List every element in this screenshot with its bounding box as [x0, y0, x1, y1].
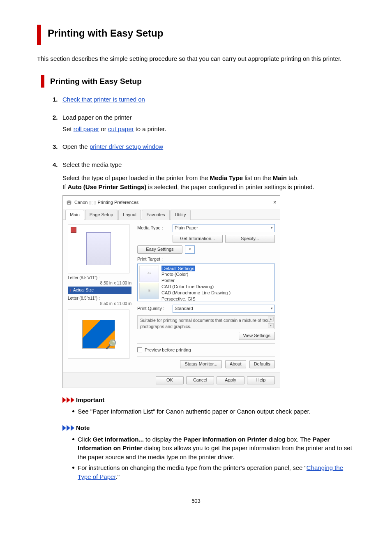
media-type-value: Plain Paper	[175, 225, 198, 231]
svg-rect-2	[68, 203, 71, 205]
media-type-label: Media Type :	[137, 225, 170, 231]
step-number: 3.	[53, 142, 62, 151]
print-target-option[interactable]: Perspective, GIS	[161, 296, 273, 302]
accent-bar	[37, 25, 41, 45]
bullet-text: See "Paper Information List" for Canon a…	[78, 407, 311, 416]
apply-button[interactable]: Apply	[217, 376, 244, 384]
text: For instructions on changing the media t…	[78, 464, 307, 471]
bold-text: Main	[273, 174, 287, 181]
print-target-option[interactable]: Poster	[161, 278, 273, 284]
step-number: 1.	[53, 95, 62, 104]
tab-favorites[interactable]: Favorites	[142, 210, 169, 220]
text: Set	[62, 125, 74, 132]
magnifier-icon: 🔍	[106, 338, 117, 351]
divider	[137, 343, 275, 344]
text: list on the	[243, 174, 273, 181]
print-target-option[interactable]: CAD (Monochrome Line Drawing )	[161, 290, 273, 296]
ok-button[interactable]: OK	[156, 376, 184, 384]
list-item: For instructions on changing the media t…	[72, 463, 355, 481]
print-quality-value: Standard	[175, 305, 193, 312]
cancel-button[interactable]: Cancel	[186, 376, 214, 384]
dialog-footer: OK Cancel Apply Help	[63, 372, 280, 388]
view-settings-button[interactable]: View Settings	[239, 332, 275, 340]
actual-size-bar: ↓ Actual Size	[68, 287, 131, 294]
svg-rect-1	[68, 200, 71, 202]
status-monitor-button[interactable]: Status Monitor...	[180, 360, 221, 368]
list-item: See "Paper Information List" for Canon a…	[72, 407, 355, 416]
print-target-label: Print Target :	[137, 256, 275, 263]
easy-settings-dropdown[interactable]: ▾	[185, 245, 195, 254]
get-information-button[interactable]: Get Information...	[173, 235, 223, 243]
intro-paragraph: This section describes the simple settin…	[37, 54, 355, 63]
note-label: Note	[76, 423, 90, 432]
close-button[interactable]: ×	[273, 198, 277, 206]
scroll-down-button[interactable]: ▾	[268, 323, 274, 328]
bullet-icon	[72, 467, 74, 469]
step-title: Load paper on the printer	[62, 113, 131, 122]
print-target-option-selected[interactable]: Default Settings	[161, 266, 195, 272]
defaults-button[interactable]: Defaults	[249, 360, 275, 368]
about-button[interactable]: About	[225, 360, 246, 368]
print-quality-label: Print Quality :	[137, 305, 170, 312]
note-callout: Note Click Get Information... to display…	[62, 423, 355, 481]
chevrons-icon	[62, 397, 74, 403]
step-number: 4.	[53, 160, 62, 169]
preview-before-printing-label: Preview before printing	[145, 347, 191, 354]
step-title: Select the media type	[62, 160, 122, 169]
text: is selected, the paper configured in pri…	[146, 183, 314, 190]
dialog-title-text: Printing Preferences	[98, 200, 139, 205]
print-target-option[interactable]: Photo (Color)	[161, 271, 273, 278]
tab-page-setup[interactable]: Page Setup	[85, 210, 118, 220]
bullet-icon	[72, 410, 74, 412]
divider	[137, 356, 275, 357]
scroll-up-button[interactable]: ▴	[268, 317, 274, 321]
easy-settings-button[interactable]: Easy Settings	[137, 245, 182, 254]
print-quality-select[interactable]: Standard ▾	[173, 305, 275, 313]
tab-layout[interactable]: Layout	[118, 210, 141, 220]
bullet-icon	[72, 438, 74, 440]
thumbnail-column: Aa ▣	[139, 266, 159, 299]
cut-paper-link[interactable]: cut paper	[108, 125, 134, 132]
text: or	[99, 125, 108, 132]
tab-bar: Main Page Setup Layout Favorites Utility	[63, 209, 280, 220]
text: to display the	[144, 436, 184, 443]
print-target-option[interactable]: CAD (Color Line Drawing)	[161, 284, 273, 290]
section-heading: Printing with Easy Setup	[41, 75, 355, 88]
bold-text: Auto (Use Printer Settings)	[68, 183, 147, 190]
text: Open the	[62, 143, 90, 150]
target-thumbnail-icon: ▣	[139, 283, 159, 299]
step-number: 2.	[53, 113, 62, 122]
media-type-select[interactable]: Plain Paper ▾	[173, 224, 275, 232]
preview-before-printing-checkbox[interactable]	[137, 347, 142, 352]
preview-column: Letter (8.5"x11") : 8.50 in x 11.00 in ↓…	[68, 224, 131, 369]
print-target-list[interactable]: Aa ▣ Default Settings Photo (Color) Post…	[137, 264, 275, 301]
step-3: 3. Open the printer driver setup window	[53, 142, 355, 151]
steps-list: 1. Check that printer is turned on 2. Lo…	[37, 95, 355, 481]
step-4: 4. Select the media type Select the type…	[53, 160, 355, 481]
check-printer-on-link[interactable]: Check that printer is turned on	[62, 95, 145, 104]
text: to a printer.	[134, 125, 166, 132]
step-1: 1. Check that printer is turned on	[53, 95, 355, 104]
dialog-titlebar: Canon ▯▯▯ Printing Preferences ×	[63, 196, 280, 209]
tab-utility[interactable]: Utility	[171, 210, 191, 220]
specify-button[interactable]: Specify...	[225, 235, 275, 243]
list-item: Click Get Information... to display the …	[72, 435, 355, 462]
printer-icon	[66, 199, 72, 205]
bold-text: Get Information...	[93, 436, 144, 443]
page-number: 503	[37, 497, 355, 505]
paper-size-label: Letter (8.5"x11") :	[68, 275, 131, 280]
roll-paper-link[interactable]: roll paper	[74, 125, 99, 132]
page-sheet-icon	[86, 232, 111, 265]
tab-main[interactable]: Main	[65, 210, 84, 220]
page-preview-top	[68, 224, 129, 273]
dialog-title-brand: Canon	[74, 200, 88, 205]
text: tab.	[287, 174, 299, 181]
step-2: 2. Load paper on the printer Set roll pa…	[53, 113, 355, 134]
driver-setup-window-link[interactable]: printer driver setup window	[90, 143, 163, 150]
step-description: Select the type of paper loaded in the p…	[53, 173, 355, 192]
target-thumbnail-icon: Aa	[139, 266, 159, 282]
important-callout: Important See "Paper Information List" f…	[62, 395, 355, 416]
paper-size-label: Letter (8.5"x11") :	[68, 296, 131, 301]
help-button[interactable]: Help	[247, 376, 275, 384]
accent-bar	[41, 75, 44, 88]
